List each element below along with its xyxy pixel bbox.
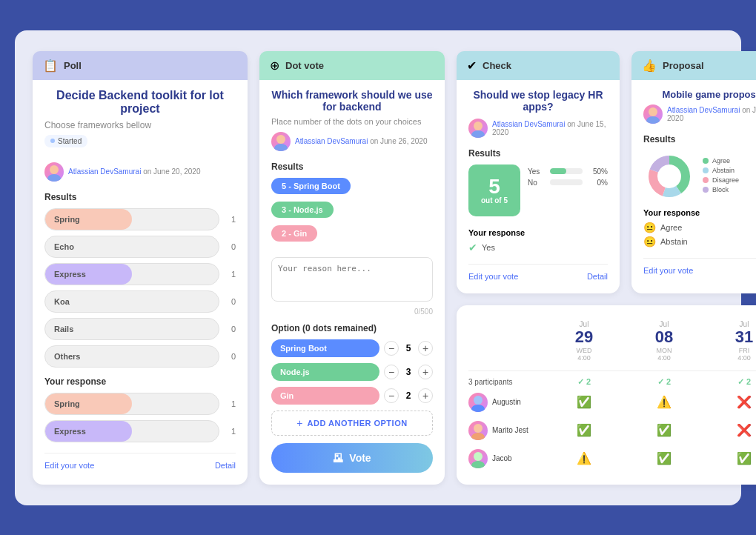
agree-icon: 😐: [643, 222, 656, 233]
check-author-link[interactable]: Atlassian DevSamurai: [492, 120, 565, 128]
poll-edit-link[interactable]: Edit your vote: [44, 461, 94, 470]
svg-point-14: [474, 424, 483, 433]
sched-count-2: ✓ 2: [626, 377, 703, 387]
option-echo-bar: Echo: [44, 236, 219, 258]
main-container: 📋 Poll Decide Backend toolkit for lot pr…: [15, 30, 741, 505]
svg-point-15: [471, 433, 485, 440]
check-detail-link[interactable]: Detail: [587, 272, 608, 281]
dot-reason-textarea[interactable]: [271, 257, 433, 302]
dot-result-spring: 5 - Spring Boot: [271, 178, 351, 194]
dot-results-list: 5 - Spring Boot 3 - Node.js 2 - Gin: [271, 178, 433, 245]
poll-author-link[interactable]: Atlassian DevSamurai: [68, 167, 141, 176]
check-response-yes: ✔ Yes: [468, 242, 608, 253]
augustin-jul08-icon: ⚠️: [657, 395, 672, 409]
stepper-spring-plus[interactable]: +: [418, 341, 433, 356]
jacob-jul08: ✅: [626, 446, 703, 471]
check-avatar: [468, 119, 488, 138]
add-option-row[interactable]: + ADD ANOTHER OPTION: [271, 411, 433, 436]
poll-author-row: Atlassian DevSamurai on June 20, 2020: [44, 162, 236, 182]
poll-detail-link[interactable]: Detail: [215, 461, 236, 470]
dot-author-link[interactable]: Atlassian DevSamurai: [295, 137, 368, 145]
stepper-nodejs-plus[interactable]: +: [418, 365, 433, 379]
proposal-author-link[interactable]: Atlassian DevSamurai: [667, 106, 740, 114]
svg-point-3: [274, 144, 288, 151]
legend-disagree-dot: [703, 177, 709, 183]
check-yes-fill: [550, 168, 566, 174]
schedule-participants-label: 3 participants: [468, 377, 543, 387]
proposal-response-agree: 😐 Agree: [643, 222, 756, 233]
svg-point-6: [649, 107, 657, 116]
poll-your-response: Your response Spring 1 Express 1: [44, 376, 236, 442]
poll-header: 📋 Poll: [33, 51, 248, 80]
legend-block-dot: [703, 187, 709, 193]
check-edit-link[interactable]: Edit your vote: [468, 272, 518, 281]
option-echo: Echo 0: [44, 236, 236, 258]
dot-result-nodejs: 3 - Node.js: [271, 202, 334, 218]
proposal-edit-link[interactable]: Edit your vote: [643, 266, 693, 275]
dot-icon: ⊕: [270, 59, 279, 73]
person-augustin-avatar: [468, 393, 488, 412]
check-yes-track: [550, 168, 583, 174]
proposal-legend: Agree 40% Abstain 15% Disagree 25%: [703, 157, 756, 196]
person-jacob-name: Jacob: [492, 454, 512, 462]
schedule-empty-header: [468, 317, 543, 364]
svg-point-4: [474, 122, 483, 130]
legend-abstain-dot: [703, 167, 709, 173]
check-no-track: [550, 179, 583, 185]
person-jacob-avatar: [468, 449, 488, 468]
stepper-spring-minus[interactable]: −: [384, 341, 399, 356]
vote-icon: 🗳: [333, 452, 343, 464]
dot-char-count: 0/500: [271, 308, 433, 316]
stepper-nodejs-val: 3: [403, 367, 414, 377]
sched-count-1: ✓ 2: [546, 377, 623, 387]
your-response-express: Express 1: [44, 420, 236, 442]
dot-author-row: Atlassian DevSamurai on June 26, 2020: [271, 132, 433, 151]
check-card: ✔ Check Should we stop legacy HR apps? A…: [457, 51, 620, 294]
your-response-spring: Spring 1: [44, 393, 236, 415]
stepper-nodejs-minus[interactable]: −: [384, 365, 399, 379]
check-footer: Edit your vote Detail: [468, 264, 608, 281]
person-jacob-row: Jacob: [468, 446, 543, 471]
augustin-jul08: ⚠️: [626, 390, 703, 415]
stepper-gin-minus[interactable]: −: [384, 388, 399, 403]
vote-button[interactable]: 🗳 Vote: [271, 443, 433, 473]
poll-options-list: Spring 1 Echo 0 Express 1: [44, 208, 236, 368]
jacob-jul31-icon: ✅: [737, 451, 752, 465]
jacob-jul29-icon: ⚠️: [577, 451, 591, 465]
proposal-title: Mobile game proposal: [643, 89, 756, 100]
dot-option-title: Option (0 dots remained): [271, 323, 433, 333]
poll-started-row: Started: [44, 135, 236, 152]
vote-label: Vote: [349, 452, 371, 464]
poll-subtitle: Choose frameworks bellow: [44, 120, 236, 130]
abstain-icon: 😐: [643, 236, 656, 247]
option-koa-bar: Koa: [44, 290, 219, 313]
svg-point-16: [474, 452, 483, 461]
augustin-jul31-icon: ❌: [737, 395, 752, 409]
check-results-label: Results: [468, 148, 608, 159]
option-others-bar: Others: [44, 345, 219, 368]
schedule-card: Jul 29 WED 4:00 Jul 08 MON 4:00 Jul 31 F…: [457, 305, 756, 484]
person-marito-name: Marito Jest: [492, 426, 528, 434]
marito-jul08: ✅: [626, 418, 703, 443]
stepper-gin-plus[interactable]: +: [418, 388, 433, 403]
poll-card: 📋 Poll Decide Backend toolkit for lot pr…: [33, 51, 248, 485]
check-results-area: 5 out of 5 Yes 50% No: [468, 165, 608, 222]
check-big-number: 5 out of 5: [468, 165, 520, 216]
proposal-avatar: [643, 104, 663, 124]
svg-point-12: [474, 396, 483, 405]
dot-header-title: Dot vote: [285, 60, 324, 71]
svg-point-17: [471, 461, 485, 468]
check-header-icon: ✔: [467, 59, 477, 73]
marito-jul31: ❌: [706, 418, 756, 443]
check-header-title: Check: [483, 60, 511, 71]
poll-status-label: Started: [58, 137, 82, 145]
poll-status-badge: Started: [44, 135, 87, 147]
option-others: Others 0: [44, 345, 236, 368]
proposal-donut-container: Agree 40% Abstain 15% Disagree 25%: [643, 150, 756, 202]
proposal-card: 👍 Proposal Mobile game proposal Atlassia…: [631, 51, 756, 294]
dot-header: ⊕ Dot vote: [259, 51, 445, 80]
stepper-nodejs: Node.js − 3 +: [271, 363, 433, 381]
svg-point-1: [47, 174, 61, 182]
dot-started-text: Atlassian DevSamurai on June 26, 2020: [295, 137, 427, 145]
option-koa: Koa 0: [44, 290, 236, 313]
